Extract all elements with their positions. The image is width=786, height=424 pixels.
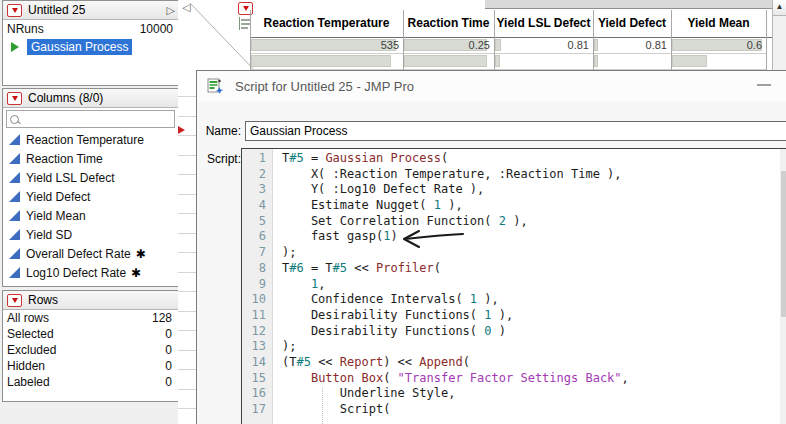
- code-line[interactable]: 10 Confidence Intervals( 1 ),: [242, 292, 629, 308]
- line-number: 10: [242, 292, 266, 308]
- table-title: Untitled 25: [28, 3, 161, 17]
- column-header[interactable]: Reaction Temperature: [250, 10, 403, 37]
- code-line[interactable]: 16 Underline Style,: [242, 386, 629, 402]
- line-number: 13: [242, 339, 266, 355]
- rows-stat-row: Selected0: [3, 326, 178, 342]
- columns-search-box[interactable]: [6, 110, 175, 128]
- column-header[interactable]: Yield LSL Defect: [494, 10, 593, 37]
- code-line[interactable]: 12 Desirability Functions( 0 ): [242, 324, 629, 340]
- cell-data-bar: [594, 55, 598, 67]
- red-triangle-menu-icon[interactable]: [7, 4, 22, 17]
- scrollbar-thumb[interactable]: [781, 171, 786, 317]
- column-header[interactable]: Yield Defect: [593, 10, 671, 37]
- code-token: );: [282, 245, 296, 259]
- scroll-up-icon[interactable]: ▲: [773, 0, 786, 16]
- column-list-item[interactable]: Reaction Temperature: [3, 130, 178, 149]
- code-line[interactable]: 2 X( :Reaction Temperature, :Reaction Ti…: [242, 167, 629, 183]
- code-token: ),: [441, 198, 463, 212]
- table-column: Reaction Temperature535: [250, 10, 403, 78]
- table-cell[interactable]: [250, 54, 403, 69]
- stat-value: 0: [165, 343, 172, 358]
- column-name: Log10 Defect Rate: [26, 266, 126, 280]
- table-cell[interactable]: [494, 54, 593, 69]
- table-cell[interactable]: 535: [250, 38, 403, 53]
- stat-value: 128: [152, 311, 172, 326]
- header-top-strip: [485, 0, 772, 9]
- code-line[interactable]: 8T#6 = T#5 << Profiler(: [242, 261, 629, 277]
- red-triangle-menu-icon[interactable]: [7, 92, 22, 105]
- line-number: 3: [242, 182, 266, 198]
- column-name: Yield SD: [26, 228, 72, 242]
- cell-value: 0.25: [469, 39, 490, 51]
- script-name-input[interactable]: [245, 121, 786, 141]
- code-line[interactable]: 1T#5 = Gaussian Process(: [242, 151, 629, 167]
- cell-value: 535: [381, 39, 399, 51]
- code-line[interactable]: 3 Y( :Log10 Defect Rate ),: [242, 182, 629, 198]
- code-token: (: [441, 151, 448, 165]
- column-divider: [494, 10, 495, 70]
- line-number: 2: [242, 167, 266, 183]
- column-list-item[interactable]: Yield Defect: [3, 187, 178, 206]
- column-list-item[interactable]: Yield SD: [3, 225, 178, 244]
- panel-expand-icon[interactable]: ▷: [167, 4, 178, 17]
- minimize-icon[interactable]: [757, 84, 771, 86]
- code-token: (: [463, 355, 470, 369]
- column-list-item[interactable]: Yield LSL Defect: [3, 168, 178, 187]
- code-line[interactable]: 17 Script(: [242, 402, 629, 418]
- column-list-item[interactable]: Yield Mean: [3, 206, 178, 225]
- table-cell[interactable]: 0.81: [494, 38, 593, 53]
- code-line[interactable]: 9 1,: [242, 277, 629, 293]
- code-line[interactable]: 11 Desirability Functions( 1 ),: [242, 308, 629, 324]
- code-token: Button Box: [311, 371, 383, 385]
- nruns-value: 10000: [140, 22, 173, 36]
- column-header[interactable]: Reaction Time: [403, 10, 494, 37]
- column-divider: [766, 10, 767, 70]
- red-triangle-menu-icon[interactable]: [7, 294, 22, 307]
- table-cell[interactable]: 0.6: [671, 38, 766, 53]
- line-number: 17: [242, 402, 266, 418]
- column-property-asterisk-icon: ✱: [131, 266, 141, 280]
- column-list-item[interactable]: Log10 Defect Rate✱: [3, 263, 178, 282]
- column-list-item[interactable]: Overall Defect Rate✱: [3, 244, 178, 263]
- continuous-column-icon: [9, 134, 20, 145]
- code-token: #5: [296, 355, 310, 369]
- code-line[interactable]: 14(T#5 << Report) << Append(: [242, 355, 629, 371]
- line-number: 6: [242, 229, 266, 245]
- column-divider: [671, 10, 672, 70]
- column-divider: [403, 10, 404, 70]
- table-cell[interactable]: 0.25: [403, 38, 494, 53]
- column-list-item[interactable]: Reaction Time: [3, 149, 178, 168]
- table-cell[interactable]: [671, 54, 766, 69]
- stat-label: Hidden: [7, 359, 165, 374]
- table-script-item[interactable]: Gaussian Process: [3, 37, 178, 57]
- script-item-label[interactable]: Gaussian Process: [27, 39, 132, 55]
- code-line[interactable]: 4 Estimate Nugget( 1 ),: [242, 198, 629, 214]
- column-header[interactable]: Yield Mean: [671, 10, 766, 37]
- columns-panel-title: Columns (8/0): [28, 91, 178, 105]
- code-token: <<: [311, 355, 340, 369]
- code-token: 0: [484, 324, 491, 338]
- dialog-titlebar[interactable]: Script for Untitled 25 - JMP Pro: [197, 71, 786, 101]
- columns-search-input[interactable]: [23, 112, 174, 126]
- column-name: Yield Defect: [26, 190, 90, 204]
- code-line[interactable]: 15 Button Box( "Transfer Factor Settings…: [242, 371, 629, 387]
- header-underline: [250, 37, 772, 38]
- line-number: 7: [242, 245, 266, 261]
- column-name: Reaction Temperature: [26, 133, 144, 147]
- search-icon: [10, 115, 19, 124]
- code-token: );: [282, 339, 296, 353]
- stat-value: 0: [165, 327, 172, 342]
- script-code-editor[interactable]: 1T#5 = Gaussian Process(2 X( :Reaction T…: [241, 148, 786, 424]
- code-line[interactable]: 13);: [242, 339, 629, 355]
- table-panel: Untitled 25 ▷ NRuns 10000 Gaussian Proce…: [2, 0, 179, 86]
- row-divider: [250, 53, 766, 54]
- code-lines[interactable]: 1T#5 = Gaussian Process(2 X( :Reaction T…: [242, 151, 629, 418]
- column-name: Reaction Time: [26, 152, 103, 166]
- editor-vertical-scrollbar[interactable]: [780, 149, 786, 424]
- code-token: X( :Reaction Temperature, :Reaction Time…: [282, 167, 622, 181]
- table-cell[interactable]: [403, 54, 494, 69]
- table-cell[interactable]: [593, 54, 671, 69]
- data-table-sidebar: Untitled 25 ▷ NRuns 10000 Gaussian Proce…: [0, 0, 178, 424]
- table-cell[interactable]: 0.81: [593, 38, 671, 53]
- run-script-icon[interactable]: [11, 42, 19, 52]
